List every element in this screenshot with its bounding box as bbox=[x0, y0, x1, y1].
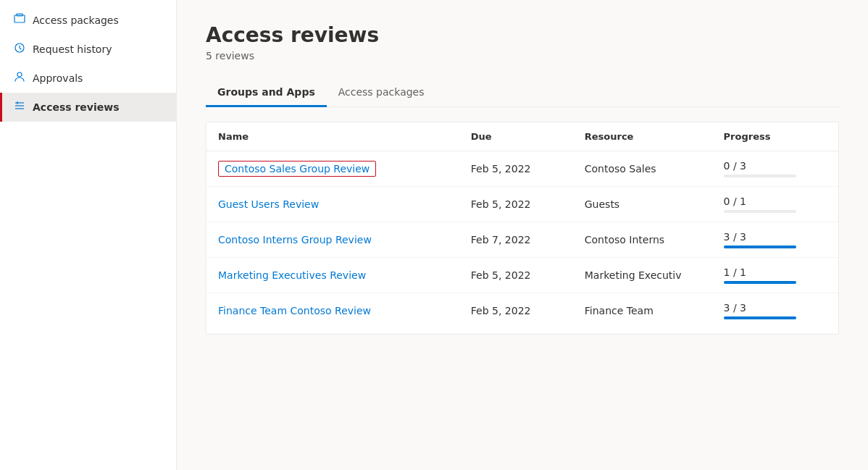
review-link-2[interactable]: Guest Users Review bbox=[218, 198, 319, 210]
sidebar-item-access-packages[interactable]: Access packages bbox=[0, 6, 176, 35]
progress-bar-bg-5 bbox=[724, 316, 796, 319]
sidebar: Access packagesRequest historyApprovalsA… bbox=[0, 0, 177, 470]
tab-bar: Groups and AppsAccess packages bbox=[206, 79, 839, 107]
cell-resource-1: Contoso Sales bbox=[573, 151, 712, 187]
cell-progress-5: 3 / 3 bbox=[712, 293, 838, 329]
col-header-due: Due bbox=[459, 122, 573, 151]
access-packages-icon bbox=[14, 13, 25, 28]
progress-text-1: 0 / 3 bbox=[724, 160, 827, 172]
request-history-icon bbox=[14, 42, 25, 56]
review-link-1[interactable]: Contoso Sales Group Review bbox=[218, 161, 376, 177]
access-reviews-icon bbox=[14, 100, 25, 114]
page-title: Access reviews bbox=[206, 23, 839, 47]
table-row: Contoso Sales Group ReviewFeb 5, 2022Con… bbox=[206, 151, 838, 187]
cell-progress-1: 0 / 3 bbox=[712, 151, 838, 187]
tab-groups-and-apps[interactable]: Groups and Apps bbox=[206, 79, 327, 107]
sidebar-item-approvals[interactable]: Approvals bbox=[0, 64, 176, 93]
cell-name-2: Guest Users Review bbox=[206, 187, 459, 222]
table-row: Marketing Executives ReviewFeb 5, 2022Ma… bbox=[206, 258, 838, 293]
progress-text-5: 3 / 3 bbox=[724, 302, 827, 314]
col-header-resource: Resource bbox=[573, 122, 712, 151]
progress-bar-bg-1 bbox=[724, 175, 796, 177]
cell-due-5: Feb 5, 2022 bbox=[459, 293, 573, 329]
page-subtitle: 5 reviews bbox=[206, 50, 839, 62]
table-row: Guest Users ReviewFeb 5, 2022Guests0 / 1 bbox=[206, 187, 838, 222]
progress-text-3: 3 / 3 bbox=[724, 231, 827, 243]
cell-name-3: Contoso Interns Group Review bbox=[206, 222, 459, 258]
progress-bar-bg-2 bbox=[724, 210, 796, 213]
main-content: Access reviews 5 reviews Groups and Apps… bbox=[177, 0, 868, 470]
col-header-progress: Progress bbox=[712, 122, 838, 151]
table-header-row: Name Due Resource Progress bbox=[206, 122, 838, 151]
cell-resource-2: Guests bbox=[573, 187, 712, 222]
progress-text-4: 1 / 1 bbox=[724, 267, 827, 278]
progress-bar-fill-3 bbox=[724, 246, 796, 248]
review-link-4[interactable]: Marketing Executives Review bbox=[218, 269, 366, 281]
svg-point-3 bbox=[17, 72, 22, 77]
sidebar-item-label-access-packages: Access packages bbox=[33, 14, 119, 26]
progress-bar-fill-5 bbox=[724, 316, 796, 319]
sidebar-item-label-request-history: Request history bbox=[33, 43, 112, 55]
review-link-3[interactable]: Contoso Interns Group Review bbox=[218, 234, 372, 246]
cell-progress-2: 0 / 1 bbox=[712, 187, 838, 222]
approvals-icon bbox=[14, 71, 25, 85]
cell-resource-4: Marketing Executiv bbox=[573, 258, 712, 293]
table-row: Finance Team Contoso ReviewFeb 5, 2022Fi… bbox=[206, 293, 838, 329]
sidebar-item-access-reviews[interactable]: Access reviews bbox=[0, 93, 176, 122]
review-link-5[interactable]: Finance Team Contoso Review bbox=[218, 305, 371, 316]
sidebar-item-request-history[interactable]: Request history bbox=[0, 35, 176, 64]
cell-due-4: Feb 5, 2022 bbox=[459, 258, 573, 293]
progress-bar-bg-3 bbox=[724, 246, 796, 248]
sidebar-item-label-access-reviews: Access reviews bbox=[33, 101, 120, 113]
progress-text-2: 0 / 1 bbox=[724, 196, 827, 207]
tab-access-packages[interactable]: Access packages bbox=[327, 79, 436, 107]
cell-name-5: Finance Team Contoso Review bbox=[206, 293, 459, 329]
cell-resource-5: Finance Team bbox=[573, 293, 712, 329]
cell-progress-3: 3 / 3 bbox=[712, 222, 838, 258]
col-header-name: Name bbox=[206, 122, 459, 151]
sidebar-item-label-approvals: Approvals bbox=[33, 72, 83, 84]
cell-due-2: Feb 5, 2022 bbox=[459, 187, 573, 222]
cell-resource-3: Contoso Interns bbox=[573, 222, 712, 258]
reviews-table-container: Name Due Resource Progress Contoso Sales… bbox=[206, 122, 839, 335]
cell-progress-4: 1 / 1 bbox=[712, 258, 838, 293]
reviews-table: Name Due Resource Progress Contoso Sales… bbox=[206, 122, 838, 328]
cell-due-1: Feb 5, 2022 bbox=[459, 151, 573, 187]
cell-name-1: Contoso Sales Group Review bbox=[206, 151, 459, 187]
progress-bar-bg-4 bbox=[724, 281, 796, 284]
cell-name-4: Marketing Executives Review bbox=[206, 258, 459, 293]
cell-due-3: Feb 7, 2022 bbox=[459, 222, 573, 258]
progress-bar-fill-4 bbox=[724, 281, 796, 284]
table-row: Contoso Interns Group ReviewFeb 7, 2022C… bbox=[206, 222, 838, 258]
